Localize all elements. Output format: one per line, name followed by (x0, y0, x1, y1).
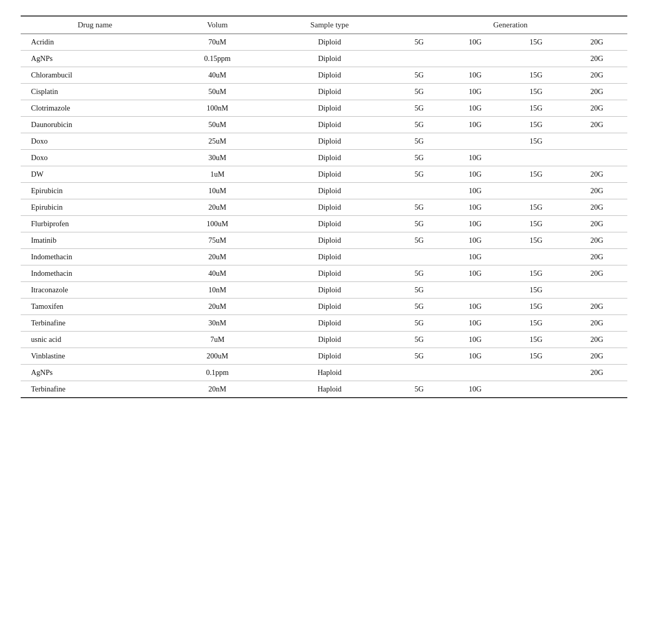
cell-drug-name: DW (21, 166, 169, 183)
cell-gen-5g: 5G (394, 265, 445, 282)
cell-gen-20g: 20G (566, 249, 627, 265)
cell-sample-type: Diploid (266, 315, 394, 332)
cell-gen-5g: 5G (394, 100, 445, 117)
cell-gen-10g: 10G (444, 249, 505, 265)
cell-drug-name: Doxo (21, 133, 169, 150)
cell-drug-name: Indomethacin (21, 249, 169, 265)
cell-gen-10g: 10G (444, 348, 505, 365)
header-sample-type: Sample type (266, 16, 394, 34)
cell-sample-type: Diploid (266, 265, 394, 282)
cell-drug-name: Flurbiprofen (21, 216, 169, 232)
table-row: Imatinib75uMDiploid5G10G15G20G (21, 232, 627, 249)
cell-volum: 20uM (169, 299, 265, 315)
cell-gen-20g: 20G (566, 84, 627, 100)
cell-gen-10g: 10G (444, 183, 505, 199)
cell-gen-15g: 15G (505, 166, 566, 183)
cell-sample-type: Diploid (266, 199, 394, 216)
cell-gen-10g: 10G (444, 232, 505, 249)
cell-gen-15g: 15G (505, 133, 566, 150)
cell-gen-5g (394, 365, 445, 381)
table-row: Terbinafine20nMHaploid5G10G (21, 381, 627, 398)
cell-gen-5g: 5G (394, 216, 445, 232)
cell-gen-5g: 5G (394, 117, 445, 133)
table-row: Epirubicin20uMDiploid5G10G15G20G (21, 199, 627, 216)
cell-drug-name: Clotrimazole (21, 100, 169, 117)
cell-volum: 10nM (169, 282, 265, 299)
cell-volum: 30nM (169, 315, 265, 332)
cell-gen-20g: 20G (566, 34, 627, 51)
cell-sample-type: Diploid (266, 166, 394, 183)
cell-gen-20g: 20G (566, 51, 627, 67)
cell-gen-15g: 15G (505, 199, 566, 216)
cell-drug-name: Tamoxifen (21, 299, 169, 315)
cell-sample-type: Diploid (266, 183, 394, 199)
cell-gen-15g (505, 183, 566, 199)
cell-gen-20g: 20G (566, 348, 627, 365)
cell-gen-15g: 15G (505, 315, 566, 332)
cell-gen-15g: 15G (505, 348, 566, 365)
cell-gen-5g: 5G (394, 282, 445, 299)
cell-drug-name: AgNPs (21, 51, 169, 67)
cell-gen-20g: 20G (566, 299, 627, 315)
cell-gen-10g: 10G (444, 381, 505, 398)
cell-volum: 20uM (169, 249, 265, 265)
cell-gen-15g: 15G (505, 100, 566, 117)
cell-sample-type: Diploid (266, 67, 394, 84)
table-row: Itraconazole10nMDiploid5G15G (21, 282, 627, 299)
table-row: Chlorambucil40uMDiploid5G10G15G20G (21, 67, 627, 84)
cell-sample-type: Diploid (266, 34, 394, 51)
cell-volum: 0.1ppm (169, 365, 265, 381)
cell-drug-name: Daunorubicin (21, 117, 169, 133)
cell-sample-type: Diploid (266, 249, 394, 265)
cell-gen-5g (394, 249, 445, 265)
table-row: usnic acid7uMDiploid5G10G15G20G (21, 332, 627, 348)
cell-volum: 40uM (169, 265, 265, 282)
cell-sample-type: Diploid (266, 133, 394, 150)
cell-gen-15g: 15G (505, 265, 566, 282)
cell-drug-name: Epirubicin (21, 183, 169, 199)
cell-gen-5g: 5G (394, 199, 445, 216)
cell-gen-10g: 10G (444, 299, 505, 315)
table-row: Terbinafine30nMDiploid5G10G15G20G (21, 315, 627, 332)
cell-volum: 200uM (169, 348, 265, 365)
table-row: AgNPs0.1ppmHaploid20G (21, 365, 627, 381)
cell-gen-15g (505, 381, 566, 398)
cell-drug-name: Chlorambucil (21, 67, 169, 84)
cell-drug-name: Indomethacin (21, 265, 169, 282)
cell-volum: 75uM (169, 232, 265, 249)
cell-gen-20g: 20G (566, 100, 627, 117)
table-row: Cisplatin50uMDiploid5G10G15G20G (21, 84, 627, 100)
cell-gen-15g: 15G (505, 216, 566, 232)
cell-volum: 70uM (169, 34, 265, 51)
cell-gen-10g: 10G (444, 265, 505, 282)
cell-gen-10g: 10G (444, 34, 505, 51)
cell-drug-name: AgNPs (21, 365, 169, 381)
cell-gen-15g: 15G (505, 34, 566, 51)
cell-volum: 30uM (169, 150, 265, 166)
cell-drug-name: Itraconazole (21, 282, 169, 299)
table-row: Epirubicin10uMDiploid10G20G (21, 183, 627, 199)
cell-drug-name: Acridin (21, 34, 169, 51)
cell-volum: 50uM (169, 117, 265, 133)
cell-gen-5g: 5G (394, 67, 445, 84)
cell-gen-20g: 20G (566, 265, 627, 282)
cell-gen-10g: 10G (444, 166, 505, 183)
cell-sample-type: Haploid (266, 381, 394, 398)
cell-volum: 0.15ppm (169, 51, 265, 67)
cell-gen-10g (444, 51, 505, 67)
cell-gen-15g (505, 249, 566, 265)
cell-gen-20g: 20G (566, 315, 627, 332)
cell-gen-10g (444, 365, 505, 381)
table-row: Daunorubicin50uMDiploid5G10G15G20G (21, 117, 627, 133)
cell-gen-10g: 10G (444, 67, 505, 84)
cell-drug-name: Cisplatin (21, 84, 169, 100)
table-row: Flurbiprofen100uMDiploid5G10G15G20G (21, 216, 627, 232)
header-drug-name: Drug name (21, 16, 169, 34)
cell-volum: 100uM (169, 216, 265, 232)
cell-gen-15g (505, 150, 566, 166)
cell-gen-15g: 15G (505, 117, 566, 133)
table-row: Acridin70uMDiploid5G10G15G20G (21, 34, 627, 51)
cell-gen-10g (444, 133, 505, 150)
cell-drug-name: Doxo (21, 150, 169, 166)
cell-gen-5g: 5G (394, 332, 445, 348)
